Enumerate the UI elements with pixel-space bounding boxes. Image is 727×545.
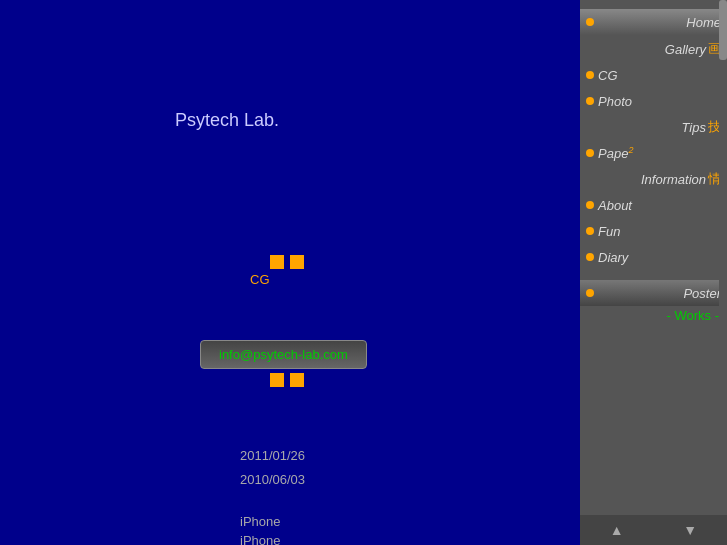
cg-dot	[586, 71, 594, 79]
works-label[interactable]: - Works -	[580, 306, 727, 323]
diary-dot	[586, 253, 594, 261]
sidebar-item-tips[interactable]: Tips 技	[580, 114, 727, 140]
sidebar-item-cg[interactable]: CG	[580, 62, 727, 88]
information-label: Information	[641, 172, 706, 187]
sidebar-item-photo[interactable]: Photo	[580, 88, 727, 114]
site-title: Psytech Lab.	[175, 110, 279, 131]
cg-icons	[270, 255, 304, 269]
scrollbar-thumb[interactable]	[719, 0, 727, 60]
scroll-down-btn[interactable]: ▼	[679, 518, 701, 542]
scrollbar[interactable]	[719, 0, 727, 515]
cg-icon-1	[270, 255, 284, 269]
home-label: Home	[686, 15, 721, 30]
sidebar-item-gallery[interactable]: Gallery 画	[580, 36, 727, 62]
photo-label: Photo	[598, 94, 632, 109]
bottom-icon-2	[290, 373, 304, 387]
sidebar-item-diary[interactable]: Diary	[580, 244, 727, 270]
tips-label: Tips	[682, 120, 706, 135]
sidebar-item-information[interactable]: Information 情	[580, 166, 727, 192]
main-content: Psytech Lab. CG info@psytech-lab.com 201…	[0, 0, 580, 545]
bottom-icons	[270, 373, 304, 387]
date-1: 2011/01/26	[240, 448, 305, 463]
gallery-label: Gallery	[665, 42, 706, 57]
email-button[interactable]: info@psytech-lab.com	[200, 340, 367, 369]
poster-dot	[586, 289, 594, 297]
sidebar-bottom: ▲ ▼	[580, 515, 727, 545]
sidebar-item-poster[interactable]: Poster	[580, 280, 727, 306]
fun-label: Fun	[598, 224, 620, 239]
pape-label: Pape2	[598, 145, 633, 161]
sidebar-item-home[interactable]: Home	[580, 9, 727, 35]
sidebar-item-fun[interactable]: Fun	[580, 218, 727, 244]
photo-dot	[586, 97, 594, 105]
cg-nav-label: CG	[598, 68, 618, 83]
poster-label: Poster	[683, 286, 721, 301]
date-2: 2010/06/03	[240, 472, 305, 487]
fun-dot	[586, 227, 594, 235]
sidebar: Home Gallery 画 CG Photo Tips 技 Pape2 Inf…	[580, 0, 727, 545]
pape-dot	[586, 149, 594, 157]
diary-label: Diary	[598, 250, 628, 265]
cg-label: CG	[250, 272, 270, 287]
about-dot	[586, 201, 594, 209]
iphone-label-1: iPhone	[240, 514, 280, 529]
iphone-label-2: iPhone	[240, 533, 280, 545]
pape-superscript: 2	[628, 145, 633, 155]
home-dot	[586, 18, 594, 26]
bottom-icon-1	[270, 373, 284, 387]
cg-icon-2	[290, 255, 304, 269]
sidebar-item-about[interactable]: About	[580, 192, 727, 218]
scroll-up-btn[interactable]: ▲	[606, 518, 628, 542]
sidebar-item-pape[interactable]: Pape2	[580, 140, 727, 166]
about-label: About	[598, 198, 632, 213]
